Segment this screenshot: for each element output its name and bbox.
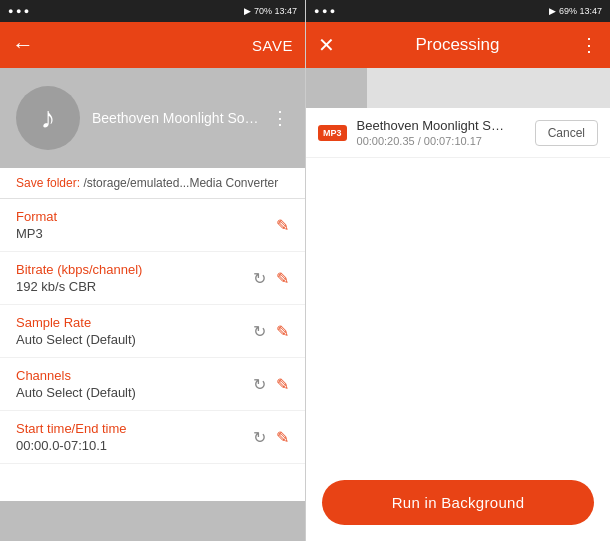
left-toolbar: ← SAVE <box>0 22 305 68</box>
channels-label: Channels <box>16 368 253 383</box>
mp3-badge: MP3 <box>318 125 347 141</box>
album-more-button[interactable]: ⋮ <box>271 107 289 129</box>
bitrate-setting: Bitrate (kbps/channel) 192 kb/s CBR ↻ ✎ <box>0 252 305 305</box>
save-folder-path: /storage/emulated...Media Converter <box>83 176 278 190</box>
channels-edit-icon[interactable]: ✎ <box>276 375 289 394</box>
sample-rate-setting: Sample Rate Auto Select (Default) ↻ ✎ <box>0 305 305 358</box>
processing-song-title: Beethoven Moonlight Sona... <box>357 118 507 133</box>
sample-rate-label: Sample Rate <box>16 315 253 330</box>
bitrate-refresh-icon[interactable]: ↻ <box>253 269 266 288</box>
left-status-info: ▶ 70% 13:47 <box>244 6 297 16</box>
processing-title: Processing <box>335 35 580 55</box>
processing-item: MP3 Beethoven Moonlight Sona... 00:00:20… <box>306 108 610 158</box>
progress-bar-area <box>306 68 610 108</box>
left-status-icons: ● ● ● <box>8 6 29 16</box>
channels-value: Auto Select (Default) <box>16 385 253 400</box>
right-status-bar: ● ● ● ▶ 69% 13:47 <box>306 0 610 22</box>
run-background-area: Run in Background <box>306 464 610 541</box>
close-button[interactable]: ✕ <box>318 33 335 57</box>
music-note-circle: ♪ <box>16 86 80 150</box>
start-end-time-edit-icon[interactable]: ✎ <box>276 428 289 447</box>
right-spacer <box>306 158 610 464</box>
sample-rate-edit-icon[interactable]: ✎ <box>276 322 289 341</box>
right-status-info: ▶ 69% 13:47 <box>549 6 602 16</box>
settings-list: Format MP3 ✎ Bitrate (kbps/channel) 192 … <box>0 199 305 501</box>
save-folder-bar: Save folder: /storage/emulated...Media C… <box>0 168 305 199</box>
song-title: Beethoven Moonlight Sonata S... <box>92 110 263 126</box>
channels-refresh-icon[interactable]: ↻ <box>253 375 266 394</box>
sample-rate-value: Auto Select (Default) <box>16 332 253 347</box>
start-end-time-value: 00:00.0-07:10.1 <box>16 438 253 453</box>
format-value: MP3 <box>16 226 276 241</box>
cancel-button[interactable]: Cancel <box>535 120 598 146</box>
album-art-area: ♪ Beethoven Moonlight Sonata S... ⋮ <box>0 68 305 168</box>
save-folder-label: Save folder: <box>16 176 80 190</box>
format-setting: Format MP3 ✎ <box>0 199 305 252</box>
right-toolbar: ✕ Processing ⋮ <box>306 22 610 68</box>
right-status-icons: ● ● ● <box>314 6 335 16</box>
format-label: Format <box>16 209 276 224</box>
left-status-bar: ● ● ● ▶ 70% 13:47 <box>0 0 305 22</box>
back-button[interactable]: ← <box>12 32 34 58</box>
start-end-time-refresh-icon[interactable]: ↻ <box>253 428 266 447</box>
start-end-time-setting: Start time/End time 00:00.0-07:10.1 ↻ ✎ <box>0 411 305 464</box>
music-note-icon: ♪ <box>41 101 56 135</box>
start-end-time-label: Start time/End time <box>16 421 253 436</box>
save-button[interactable]: SAVE <box>252 37 293 54</box>
bitrate-edit-icon[interactable]: ✎ <box>276 269 289 288</box>
left-bottom-gray <box>0 501 305 541</box>
bitrate-value: 192 kb/s CBR <box>16 279 253 294</box>
processing-more-button[interactable]: ⋮ <box>580 34 598 56</box>
format-edit-icon[interactable]: ✎ <box>276 216 289 235</box>
right-panel: ● ● ● ▶ 69% 13:47 ✕ Processing ⋮ MP3 Bee… <box>305 0 610 541</box>
run-background-button[interactable]: Run in Background <box>322 480 594 525</box>
sample-rate-refresh-icon[interactable]: ↻ <box>253 322 266 341</box>
progress-fill <box>306 68 367 108</box>
channels-setting: Channels Auto Select (Default) ↻ ✎ <box>0 358 305 411</box>
processing-time: 00:00:20.35 / 00:07:10.17 <box>357 135 535 147</box>
bitrate-label: Bitrate (kbps/channel) <box>16 262 253 277</box>
left-panel: ● ● ● ▶ 70% 13:47 ← SAVE ♪ Beethoven Moo… <box>0 0 305 541</box>
